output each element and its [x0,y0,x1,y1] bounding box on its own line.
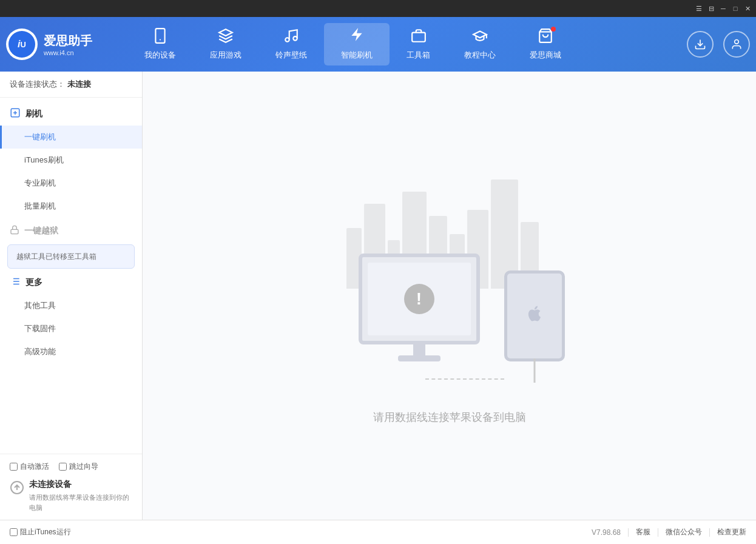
shop-icon [538,28,553,47]
jailbreak-section-label: 一键越狱 [24,226,58,237]
nav-items: 我的设备 应用游戏 铃声壁纸 智能刷机 工具箱 [127,23,687,65]
music-icon [283,28,299,47]
jailbreak-note: 越狱工具已转移至工具箱 [7,244,135,269]
lock-section-icon [10,225,19,237]
itunes-checkbox[interactable]: 阻止iTunes运行 [10,527,71,537]
nav-label-ringtones: 铃声壁纸 [275,50,307,61]
svg-rect-0 [155,29,164,43]
svg-rect-9 [11,229,18,233]
nav-label-my-device: 我的设备 [144,50,176,61]
tablet-illustration [504,270,565,361]
sidebar-section-header-flash[interactable]: 刷机 [0,102,142,126]
sidebar-item-advanced[interactable]: 高级功能 [0,340,142,363]
header-right [687,31,750,58]
monitor-base [398,355,440,361]
footer-right: V7.98.68 客服 微信公众号 检查更新 [592,527,746,537]
sidebar-item-one-key-flash[interactable]: 一键刷机 [0,126,142,149]
content-area: ! 请用数据线连接苹果设备到电脑 [143,72,756,520]
apps-icon [218,28,234,47]
nav-item-my-device[interactable]: 我的设备 [127,23,193,65]
titlebar-close-btn[interactable]: ✕ [741,2,754,15]
nav-item-ringtones[interactable]: 铃声壁纸 [258,23,324,65]
nav-label-apps-games: 应用游戏 [210,50,241,61]
device-info-text: 未连接设备 请用数据线将苹果设备连接到你的电脑 [29,479,132,512]
nav-item-toolbox[interactable]: 工具箱 [390,23,447,65]
device-status-value: 未连接 [67,79,91,90]
itunes-checkbox-input[interactable] [10,528,18,536]
customer-service-link[interactable]: 客服 [636,527,650,537]
footer: 阻止iTunes运行 V7.98.68 客服 微信公众号 检查更新 [0,520,756,544]
device-status-label: 设备连接状态： [10,79,65,90]
auto-activate-checkbox[interactable]: 自动激活 [10,462,49,472]
apple-logo-icon [525,304,544,327]
sidebar: 设备连接状态： 未连接 刷机 一键刷机 iTunes刷机 专业 [0,72,143,520]
nav-label-smart-flash: 智能刷机 [341,50,373,61]
toolbox-icon [411,28,427,47]
titlebar-maximize-btn[interactable]: □ [729,2,741,15]
wechat-link[interactable]: 微信公众号 [666,527,702,537]
svg-point-7 [735,40,739,44]
version-text: V7.98.68 [592,528,621,537]
connect-text: 请用数据线连接苹果设备到电脑 [373,410,526,425]
sidebar-item-pro-flash[interactable]: 专业刷机 [0,172,142,195]
computer-illustration: ! [359,254,480,361]
sidebar-bottom: 自动激活 跳过向导 未连接设备 请用数据线将苹果设备连接到你的电脑 [0,454,142,520]
titlebar-list-btn[interactable]: ⊟ [705,2,717,15]
nav-label-toolbox: 工具箱 [407,50,430,61]
itunes-checkbox-label: 阻止iTunes运行 [20,527,71,537]
monitor-screen: ! [368,263,471,335]
nav-item-shop[interactable]: 爱思商城 [513,23,578,65]
footer-left: 阻止iTunes运行 [10,527,71,537]
logo-circle: iU [6,29,38,60]
footer-divider-3 [709,528,710,537]
sidebar-section-header-jailbreak[interactable]: 一键越狱 [0,220,142,242]
user-button[interactable] [723,31,750,58]
titlebar-menu-btn[interactable]: ☰ [693,2,705,15]
sidebar-section-jailbreak: 一键越狱 越狱工具已转移至工具箱 [0,220,142,269]
sidebar-item-other-tools[interactable]: 其他工具 [0,294,142,317]
svg-point-1 [160,39,161,40]
logo-sub: www.i4.cn [44,49,92,56]
skip-wizard-input[interactable] [59,463,67,471]
nav-item-smart-flash[interactable]: 智能刷机 [324,23,390,65]
device-status: 设备连接状态： 未连接 [0,72,142,98]
more-section-icon [10,276,21,289]
more-section-label: 更多 [25,277,42,288]
sidebar-item-download-firmware[interactable]: 下载固件 [0,317,142,340]
flash-nav-icon [349,28,365,47]
nav-item-tutorial[interactable]: 教程中心 [447,23,513,65]
svg-point-3 [293,36,297,41]
device-info: 未连接设备 请用数据线将苹果设备连接到你的电脑 [10,479,132,512]
nav-label-tutorial: 教程中心 [464,50,496,61]
svg-rect-4 [412,33,425,42]
tablet-cable [533,358,535,383]
sidebar-item-itunes-flash[interactable]: iTunes刷机 [0,149,142,172]
logo-text: 爱思助手 www.i4.cn [44,33,92,56]
sidebar-item-batch-flash[interactable]: 批量刷机 [0,195,142,218]
tutorial-icon [472,28,488,47]
skip-wizard-checkbox[interactable]: 跳过向导 [59,462,98,472]
auto-activate-input[interactable] [10,463,18,471]
device-info-sub: 请用数据线将苹果设备连接到你的电脑 [29,492,132,512]
flash-section-label: 刷机 [25,109,42,119]
flash-section-icon [10,107,21,121]
dashed-connection-line [425,378,504,380]
main-area: 设备连接状态： 未连接 刷机 一键刷机 iTunes刷机 专业 [0,72,756,520]
check-update-link[interactable]: 检查更新 [717,527,746,537]
header: iU 爱思助手 www.i4.cn 我的设备 应用游戏 铃声壁纸 [0,17,756,72]
sidebar-section-header-more[interactable]: 更多 [0,271,142,294]
device-info-icon [10,480,24,499]
logo-inner: iU [8,31,35,58]
device-info-title: 未连接设备 [29,479,132,490]
logo-area: iU 爱思助手 www.i4.cn [6,29,115,60]
sidebar-section-flash: 刷机 一键刷机 iTunes刷机 专业刷机 批量刷机 [0,102,142,218]
download-button[interactable] [687,31,714,58]
titlebar-minimize-btn[interactable]: ─ [717,2,729,15]
alert-icon: ! [404,284,434,314]
footer-divider-1 [628,528,629,537]
title-bar: ☰ ⊟ ─ □ ✕ [0,0,756,17]
nav-item-apps-games[interactable]: 应用游戏 [193,23,258,65]
monitor: ! [359,254,480,344]
footer-divider-2 [658,528,658,537]
connect-illustration: ! [322,167,577,398]
